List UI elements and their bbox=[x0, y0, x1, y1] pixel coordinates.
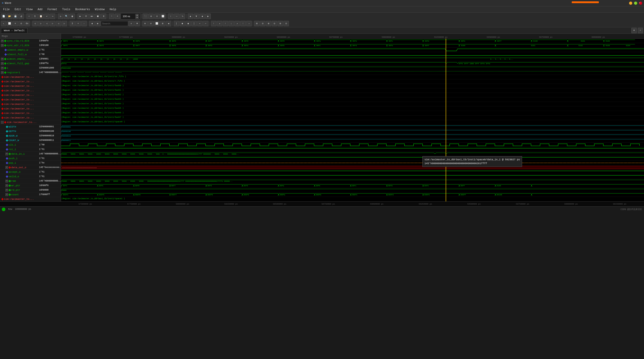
cursor-mode[interactable]: ↕ bbox=[168, 14, 174, 19]
edge-any-p[interactable]: ◁ bbox=[56, 21, 61, 26]
expander-rd-ptr[interactable]: + bbox=[6, 189, 8, 191]
expander-almost-full-gap[interactable]: + bbox=[1, 62, 4, 65]
zoom-1[interactable]: 3 bbox=[70, 21, 75, 26]
sim-step[interactable]: ⏭ bbox=[89, 14, 95, 19]
signal-row-push[interactable]: push_i 1'h1 bbox=[0, 156, 61, 161]
zoom-out[interactable]: ⊖ bbox=[154, 14, 160, 19]
expander-i[interactable]: + bbox=[1, 67, 4, 69]
tab-wave-default[interactable]: Wave - Default bbox=[1, 28, 28, 33]
refresh-button[interactable]: ↻ bbox=[58, 14, 63, 19]
expander-axi-group[interactable]: - bbox=[1, 121, 4, 124]
grid-button[interactable]: ▦ bbox=[70, 14, 75, 19]
signal-row-pop[interactable]: pop_i 1'hx bbox=[0, 161, 61, 165]
edge-any-n[interactable]: ▷ bbox=[62, 21, 67, 26]
signal-row-region-last[interactable]: sim:/aximaster_to... bbox=[0, 197, 61, 201]
signal-row-clk[interactable]: clk_i 1'h0 bbox=[0, 143, 61, 147]
wave-a6[interactable]: ↑ bbox=[240, 21, 246, 26]
signal-row-count[interactable]: + count 17h000ff bbox=[0, 192, 61, 197]
list-prev[interactable]: ◀ bbox=[200, 14, 205, 19]
time-down[interactable]: ▼ bbox=[135, 17, 139, 19]
select-tool[interactable]: ⬜ bbox=[7, 21, 12, 26]
signal-row-rst[interactable]: rst_i 1'h1 bbox=[0, 147, 61, 152]
cursor-arrow[interactable]: ↖ bbox=[1, 21, 6, 26]
zoom-prev[interactable]: ◀ bbox=[166, 21, 171, 26]
signal-row-region-3[interactable]: sim:/aximaster_to... bbox=[0, 88, 61, 93]
signal-row-region-8[interactable]: sim:/aximaster_to... bbox=[0, 111, 61, 116]
zoom-fit-2[interactable]: ⬜ bbox=[154, 21, 160, 26]
expander-count[interactable]: + bbox=[6, 193, 8, 196]
signal-tool[interactable]: ⊟ bbox=[18, 21, 24, 26]
signal-row-accept[interactable]: accept_o 1'h1 bbox=[0, 170, 61, 174]
wave-a3[interactable]: ↑ bbox=[223, 21, 228, 26]
signal-row-almost-full-w[interactable]: almost_full_w 1'h0 bbox=[0, 52, 61, 57]
window-controls[interactable]: − □ × bbox=[629, 2, 642, 5]
menu-edit[interactable]: Edit bbox=[12, 7, 24, 12]
signal-row-depth[interactable]: DEPTH 32h00000100 bbox=[0, 129, 61, 134]
disp-a4[interactable]: ⊡ bbox=[272, 21, 277, 26]
zoom-sel[interactable]: ⊞ bbox=[160, 21, 165, 26]
wave-signal[interactable]: ~ bbox=[109, 14, 114, 19]
menu-help[interactable]: Help bbox=[107, 7, 118, 12]
signal-row-sync-r2w[interactable]: + sync_r2w_r2_BIN 13h00fe bbox=[0, 39, 61, 43]
zoom-3[interactable]: - bbox=[81, 21, 87, 26]
cut-button[interactable]: ✂ bbox=[26, 14, 32, 19]
marker-5[interactable]: ⌐ bbox=[197, 21, 202, 26]
search-next[interactable]: ▶ bbox=[95, 21, 100, 26]
signal-row-valid[interactable]: valid_o 1'h1 bbox=[0, 174, 61, 179]
wave-a7[interactable]: → bbox=[246, 21, 252, 26]
disp-a2[interactable]: ⊟ bbox=[260, 21, 266, 26]
signal-row-ram[interactable]: + ram 145'h000000000... bbox=[0, 179, 61, 183]
signal-row-region-5[interactable]: sim:/aximaster_to... bbox=[0, 97, 61, 102]
expander-register1[interactable]: + bbox=[1, 71, 4, 74]
signal-row-sync-w2r[interactable]: + sync_w2r_r2_BIN 13h0100 bbox=[0, 43, 61, 48]
menu-tools[interactable]: Tools bbox=[60, 7, 72, 12]
copy-button[interactable]: ⎘ bbox=[32, 14, 38, 19]
marker-4[interactable]: | bbox=[191, 21, 197, 26]
signal-row-region-0[interactable]: sim:/aximaster_to... bbox=[0, 75, 61, 79]
edge-prev-r[interactable]: ◁ bbox=[32, 21, 38, 26]
wave-add[interactable]: + bbox=[115, 14, 120, 19]
signal-row-region-7[interactable]: sim:/aximaster_to... bbox=[0, 107, 61, 111]
signal-row-data-out[interactable]: + data_out_o 145'hxxxxxxxxxx... bbox=[0, 165, 61, 170]
expander-sync-r2w[interactable]: + bbox=[1, 40, 4, 42]
menu-file[interactable]: File bbox=[1, 7, 12, 12]
sim-restart[interactable]: ⟳ bbox=[83, 14, 89, 19]
signal-row-i[interactable]: + i 32h00001000 bbox=[0, 66, 61, 70]
edge-prev-f[interactable]: ◁ bbox=[44, 21, 50, 26]
sim-break[interactable]: ⏸ bbox=[101, 14, 106, 19]
signal-row-register1[interactable]: + register1 145'h000000000... bbox=[0, 70, 61, 75]
signal-row-region-4[interactable]: sim:/aximaster_to... bbox=[0, 93, 61, 97]
signal-row-countw[interactable]: COUNT_W 32h00000011 bbox=[0, 138, 61, 143]
hex-tool[interactable]: 0x bbox=[24, 21, 30, 26]
signal-row-region-2[interactable]: sim:/aximaster_to... bbox=[0, 84, 61, 88]
sim-start[interactable]: ▶ bbox=[78, 14, 83, 19]
disp-a1[interactable]: ⊞ bbox=[254, 21, 260, 26]
disp-a3[interactable]: ⊠ bbox=[266, 21, 271, 26]
signal-row-axi-group[interactable]: - sim:/aximaster_to... bbox=[0, 120, 61, 125]
signal-row-region-1[interactable]: sim:/aximaster_to... bbox=[0, 79, 61, 84]
marker-2[interactable]: ■ bbox=[180, 21, 185, 26]
wave-a4[interactable]: ↓ bbox=[228, 21, 234, 26]
expander-data-in[interactable]: + bbox=[6, 153, 8, 155]
print-button[interactable]: 🖨 bbox=[18, 14, 24, 19]
wave-mode[interactable]: ∿ bbox=[180, 14, 185, 19]
save-button[interactable]: 💾 bbox=[13, 14, 18, 19]
marker-1[interactable]: | bbox=[174, 21, 179, 26]
open-button[interactable]: 📂 bbox=[7, 14, 12, 19]
list-down[interactable]: ▼ bbox=[194, 14, 199, 19]
zoom-fit[interactable]: ⬜ bbox=[160, 14, 166, 19]
signal-row-almost-empty-gap[interactable]: + almost_empty_... 13h0001 bbox=[0, 57, 61, 61]
undo-button[interactable]: ↩ bbox=[44, 14, 50, 19]
marker-3[interactable]: ■ bbox=[186, 21, 191, 26]
disp-a6[interactable]: ⊡ bbox=[284, 21, 289, 26]
expander-sync-w2r[interactable]: + bbox=[1, 44, 4, 47]
signal-row-rd-ptr[interactable]: + rd_ptr 16h0000 bbox=[0, 188, 61, 192]
marker-6[interactable]: ⌐ bbox=[203, 21, 208, 26]
expander-almost-empty[interactable]: + bbox=[1, 58, 4, 60]
zoom-out-2[interactable]: ⊖ bbox=[148, 21, 154, 26]
zoom-2[interactable]: + bbox=[76, 21, 81, 26]
wave-a1[interactable]: ↑ bbox=[211, 21, 216, 26]
tab-options[interactable]: ▼ bbox=[631, 28, 637, 33]
close-button[interactable]: × bbox=[639, 2, 642, 5]
minimize-button[interactable]: − bbox=[629, 2, 632, 5]
